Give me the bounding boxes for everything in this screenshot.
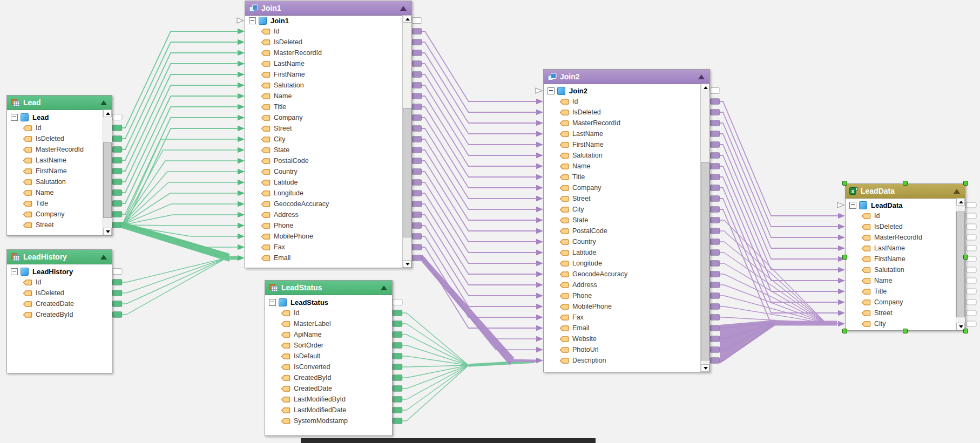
- output-port-stub[interactable]: [412, 147, 422, 153]
- output-port-stub[interactable]: [112, 125, 122, 131]
- field-row[interactable]: LastModifiedDate: [281, 405, 346, 415]
- output-port-stub[interactable]: [112, 301, 122, 307]
- join2-scrollbar[interactable]: [700, 84, 709, 372]
- field-row[interactable]: State: [559, 215, 588, 225]
- field-row[interactable]: Phone: [261, 221, 293, 230]
- scroll-down-button[interactable]: [103, 228, 112, 235]
- field-row[interactable]: Name: [23, 188, 53, 197]
- root-row[interactable]: LeadHistory: [11, 267, 73, 276]
- output-port-stub[interactable]: [710, 271, 720, 277]
- output-port-stub-empty[interactable]: [967, 235, 976, 240]
- output-port-stub[interactable]: [710, 131, 720, 137]
- output-port-stub[interactable]: [412, 169, 422, 175]
- field-row[interactable]: Fax: [559, 312, 584, 322]
- field-row[interactable]: IsDeleted: [23, 134, 64, 144]
- scroll-thumb[interactable]: [701, 162, 709, 360]
- field-row[interactable]: LastName: [559, 129, 603, 139]
- leadhistory-box[interactable]: LeadHistoryLeadHistoryIdIsDeletedCreated…: [6, 249, 112, 373]
- output-port-stub-empty[interactable]: [967, 267, 976, 272]
- output-port-stub[interactable]: [412, 83, 422, 88]
- field-row[interactable]: PostalCode: [559, 226, 607, 236]
- selection-handle[interactable]: [842, 329, 847, 333]
- field-row[interactable]: ApiName: [281, 330, 321, 339]
- leadstatus-box[interactable]: LeadStatusLeadStatusIdMasterLabelApiName…: [265, 280, 393, 436]
- output-port-stub[interactable]: [393, 418, 402, 424]
- lead-header[interactable]: Lead: [7, 96, 112, 110]
- field-row[interactable]: LastName: [261, 59, 305, 69]
- field-row[interactable]: Name: [559, 161, 590, 171]
- field-row[interactable]: Country: [261, 167, 298, 176]
- output-port-stub[interactable]: [393, 397, 402, 403]
- field-row[interactable]: Address: [559, 280, 597, 290]
- output-port-stub[interactable]: [710, 120, 720, 126]
- output-port-stub[interactable]: [393, 353, 402, 359]
- output-port-stub[interactable]: [393, 310, 402, 316]
- field-row[interactable]: IsDefault: [281, 351, 320, 361]
- output-port-stub[interactable]: [412, 104, 422, 110]
- output-port-stub[interactable]: [412, 180, 422, 186]
- field-row[interactable]: State: [261, 145, 289, 155]
- output-port-stub-empty[interactable]: [967, 321, 976, 326]
- output-port-stub-empty[interactable]: [967, 246, 976, 251]
- field-row[interactable]: SystemModstamp: [281, 416, 348, 426]
- field-row[interactable]: MasterLabel: [281, 319, 331, 329]
- output-port-stub[interactable]: [412, 93, 422, 99]
- output-port-stub[interactable]: [710, 174, 720, 180]
- selection-handle[interactable]: [963, 181, 968, 186]
- field-row[interactable]: Street: [559, 194, 590, 203]
- field-row[interactable]: MasterRecordId: [23, 145, 84, 154]
- output-port-stub[interactable]: [710, 336, 720, 342]
- collapse-triangle-icon[interactable]: [100, 255, 107, 260]
- scroll-up-button[interactable]: [103, 110, 112, 117]
- field-row[interactable]: IsDeleted: [861, 222, 903, 231]
- field-row[interactable]: LastName: [861, 243, 905, 253]
- output-port-stub[interactable]: [412, 50, 422, 56]
- output-port-stub[interactable]: [393, 332, 402, 338]
- join1-scrollbar[interactable]: [402, 15, 411, 268]
- output-port-stub-empty[interactable]: [412, 18, 422, 24]
- field-row[interactable]: Id: [559, 97, 578, 106]
- output-port-stub[interactable]: [393, 364, 402, 370]
- output-port-stub[interactable]: [112, 290, 122, 296]
- field-row[interactable]: FirstName: [861, 254, 905, 264]
- field-row[interactable]: Salutation: [261, 80, 304, 90]
- root-row[interactable]: LeadData: [849, 200, 903, 210]
- leaddata-scrollbar[interactable]: [956, 198, 965, 330]
- output-port-stub[interactable]: [710, 293, 720, 299]
- field-row[interactable]: IsDeleted: [23, 288, 64, 298]
- output-port-stub[interactable]: [393, 375, 402, 381]
- field-row[interactable]: Email: [559, 323, 589, 333]
- output-port-stub[interactable]: [112, 280, 122, 285]
- field-row[interactable]: IsConverted: [281, 362, 330, 372]
- output-port-stub[interactable]: [710, 207, 720, 213]
- field-row[interactable]: MasterRecordId: [861, 233, 922, 242]
- field-row[interactable]: Company: [23, 209, 65, 219]
- field-row[interactable]: Website: [559, 334, 597, 344]
- root-row[interactable]: LeadStatus: [269, 297, 328, 307]
- output-port-stub[interactable]: [412, 190, 422, 196]
- field-row[interactable]: LastName: [23, 155, 66, 165]
- expander-minus-icon[interactable]: [249, 17, 256, 24]
- field-row[interactable]: IsDeleted: [559, 107, 601, 117]
- output-port-stub[interactable]: [710, 185, 720, 191]
- collapse-triangle-icon[interactable]: [400, 6, 407, 11]
- output-port-stub[interactable]: [710, 99, 720, 105]
- output-port-stub[interactable]: [393, 386, 402, 392]
- field-row[interactable]: City: [261, 134, 286, 144]
- root-row[interactable]: Join1: [249, 16, 289, 25]
- output-port-stub[interactable]: [412, 126, 422, 132]
- leaddata-header[interactable]: XLeadData: [846, 184, 965, 199]
- expander-minus-icon[interactable]: [269, 299, 276, 306]
- output-port-stub-empty[interactable]: [967, 289, 976, 294]
- field-row[interactable]: Latitude: [559, 248, 596, 257]
- output-port-stub[interactable]: [710, 358, 720, 364]
- field-row[interactable]: CreatedById: [281, 373, 331, 383]
- output-port-stub[interactable]: [112, 312, 122, 318]
- join2-box[interactable]: Join2Join2IdIsDeletedMasterRecordIdLastN…: [543, 69, 710, 372]
- output-port-stub[interactable]: [412, 244, 422, 250]
- field-row[interactable]: Salutation: [861, 265, 904, 275]
- field-row[interactable]: MasterRecordId: [559, 118, 620, 128]
- output-port-stub[interactable]: [412, 158, 422, 164]
- scroll-up-button[interactable]: [956, 198, 965, 206]
- field-row[interactable]: CreatedDate: [281, 384, 332, 393]
